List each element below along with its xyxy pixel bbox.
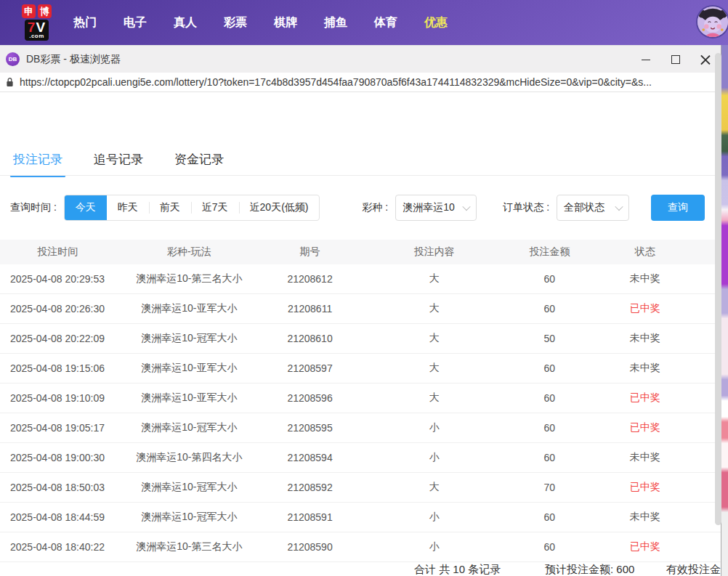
close-icon[interactable] xyxy=(700,54,711,65)
tab-chase-records[interactable]: 追号记录 xyxy=(91,147,146,177)
table-row: 2025-04-08 18:50:03 澳洲幸运10-冠军大小 21208592… xyxy=(0,473,721,503)
site-logo[interactable]: 申 博 7V .com xyxy=(22,4,52,41)
site-header: 申 博 7V .com 热门 电子 真人 彩票 棋牌 捕鱼 体育 优惠 xyxy=(0,0,728,45)
status-badge: 未中奖 xyxy=(587,511,703,524)
status-badge: 已中奖 xyxy=(587,421,703,434)
col-bet-content: 投注内容 xyxy=(357,246,511,259)
table-row: 2025-04-08 19:00:30 澳洲幸运10-第四名大小 2120859… xyxy=(0,443,721,473)
bet-amount: 50 xyxy=(511,333,587,344)
nav-item-sports[interactable]: 体育 xyxy=(374,15,397,31)
bet-amount: 60 xyxy=(511,452,587,463)
table-row: 2025-04-08 20:29:53 澳洲幸运10-第三名大小 2120861… xyxy=(0,264,721,294)
bet-time: 2025-04-08 20:29:53 xyxy=(0,273,116,285)
bet-time: 2025-04-08 20:22:09 xyxy=(0,333,116,344)
order-status-select[interactable]: 全部状态 xyxy=(557,195,629,221)
lottery-type-select[interactable]: 澳洲幸运10 xyxy=(395,195,477,221)
logo-badge-left: 申 xyxy=(22,4,36,18)
tab-bet-records[interactable]: 投注记录 xyxy=(10,147,65,177)
bet-time: 2025-04-08 18:44:59 xyxy=(0,511,116,523)
bet-amount: 60 xyxy=(511,511,587,523)
status-badge: 已中奖 xyxy=(587,302,703,315)
nav-item-electronic[interactable]: 电子 xyxy=(124,15,147,31)
time-option-20days[interactable]: 近20天(低频) xyxy=(239,195,320,220)
issue-number: 21208595 xyxy=(263,422,357,434)
col-bet-time: 投注时间 xyxy=(0,246,116,259)
issue-number: 21208610 xyxy=(263,333,357,344)
vertical-scrollbar[interactable] xyxy=(715,53,721,525)
browser-window: DB DB彩票 - 极速浏览器 https://ctopcp02pcali.ue… xyxy=(0,45,721,576)
table-row: 2025-04-08 20:22:09 澳洲幸运10-冠军大小 21208610… xyxy=(0,324,721,354)
issue-number: 21208594 xyxy=(263,452,357,463)
game-play: 澳洲幸运10-冠军大小 xyxy=(116,511,263,524)
nav-item-hot[interactable]: 热门 xyxy=(73,15,97,31)
bet-time: 2025-04-08 20:26:30 xyxy=(0,303,116,315)
bet-amount: 60 xyxy=(511,273,587,285)
game-play: 澳洲幸运10-亚军大小 xyxy=(116,362,263,375)
lock-icon xyxy=(6,77,14,87)
time-option-day-before[interactable]: 前天 xyxy=(149,195,191,220)
minimize-icon[interactable] xyxy=(641,54,651,65)
bet-amount: 70 xyxy=(511,482,587,493)
chevron-down-icon xyxy=(463,203,471,211)
summary-bar: 合计 共 10 条记录 预计投注金额: 600 有效投注金额 xyxy=(0,555,721,576)
status-badge: 已中奖 xyxy=(587,392,703,405)
nav-item-fishing[interactable]: 捕鱼 xyxy=(324,15,347,31)
bet-content: 小 xyxy=(357,421,511,434)
nav-item-live[interactable]: 真人 xyxy=(174,15,197,31)
bet-content: 大 xyxy=(357,332,511,345)
avatar-cartoon-face xyxy=(697,7,728,37)
bet-amount: 60 xyxy=(511,303,587,315)
browser-favicon-icon: DB xyxy=(6,52,20,66)
nav-item-lottery[interactable]: 彩票 xyxy=(224,15,247,31)
issue-number: 21208596 xyxy=(263,392,357,404)
game-play: 澳洲幸运10-第三名大小 xyxy=(116,272,263,285)
game-play: 澳洲幸运10-第三名大小 xyxy=(116,540,263,553)
status-badge: 未中奖 xyxy=(587,451,703,464)
bet-content: 小 xyxy=(357,451,511,464)
main-nav: 热门 电子 真人 彩票 棋牌 捕鱼 体育 优惠 xyxy=(73,15,448,31)
user-avatar[interactable] xyxy=(696,5,728,38)
time-option-7days[interactable]: 近7天 xyxy=(191,195,239,220)
maximize-icon[interactable] xyxy=(671,54,681,65)
logo-badge-right: 博 xyxy=(38,4,52,18)
tab-fund-records[interactable]: 资金记录 xyxy=(171,147,227,177)
issue-number: 21208612 xyxy=(263,273,357,285)
bet-content: 大 xyxy=(357,362,511,375)
bet-time: 2025-04-08 19:10:09 xyxy=(0,392,116,404)
lottery-records-page: 投注记录 追号记录 资金记录 查询时间 : 今天 昨天 前天 近7天 近20天(… xyxy=(0,137,721,576)
total-records-text: 合计 共 10 条记录 xyxy=(414,563,501,576)
bet-content: 大 xyxy=(357,392,511,405)
bet-time: 2025-04-08 18:50:03 xyxy=(0,482,116,493)
table-header: 投注时间 彩种-玩法 期号 投注内容 投注金额 状态 xyxy=(0,240,721,264)
bet-content: 大 xyxy=(357,272,511,285)
bet-content: 小 xyxy=(357,540,511,553)
bet-time: 2025-04-08 19:05:17 xyxy=(0,422,116,434)
logo-suffix: .com xyxy=(29,33,44,39)
issue-number: 21208592 xyxy=(263,482,357,493)
filter-bar: 查询时间 : 今天 昨天 前天 近7天 近20天(低频) 彩种 : 澳洲幸运10… xyxy=(10,195,705,221)
nav-item-chess[interactable]: 棋牌 xyxy=(274,15,297,31)
url-text: https://ctopcp02pcali.uengi5e.com/lotter… xyxy=(20,76,652,88)
url-bar[interactable]: https://ctopcp02pcali.uengi5e.com/lotter… xyxy=(0,73,721,92)
window-controls xyxy=(641,46,711,73)
col-status: 状态 xyxy=(587,246,703,259)
game-play: 澳洲幸运10-亚军大小 xyxy=(116,392,263,405)
bet-time: 2025-04-08 18:40:22 xyxy=(0,541,116,553)
search-button[interactable]: 查询 xyxy=(651,195,705,221)
issue-number: 21208611 xyxy=(263,303,357,315)
order-status-value: 全部状态 xyxy=(564,201,604,214)
time-option-today[interactable]: 今天 xyxy=(65,195,107,220)
time-option-yesterday[interactable]: 昨天 xyxy=(107,195,149,220)
background-page-strip xyxy=(721,45,728,576)
status-badge: 未中奖 xyxy=(587,362,703,375)
bet-time: 2025-04-08 19:00:30 xyxy=(0,452,116,463)
table-row: 2025-04-08 19:05:17 澳洲幸运10-冠军大小 21208595… xyxy=(0,413,721,443)
nav-item-promo[interactable]: 优惠 xyxy=(424,15,448,31)
game-play: 澳洲幸运10-亚军大小 xyxy=(116,302,263,315)
browser-titlebar[interactable]: DB DB彩票 - 极速浏览器 xyxy=(0,45,721,73)
status-badge: 已中奖 xyxy=(587,481,703,494)
lottery-type-value: 澳洲幸运10 xyxy=(403,201,455,214)
status-badge: 未中奖 xyxy=(587,332,703,345)
query-time-label: 查询时间 : xyxy=(10,201,57,214)
issue-number: 21208590 xyxy=(263,541,357,553)
